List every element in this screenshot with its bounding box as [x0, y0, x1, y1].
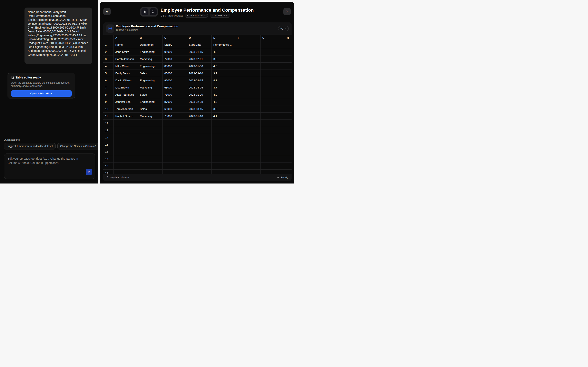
cell-C1[interactable]: Salary: [163, 41, 187, 48]
cell-G6[interactable]: [260, 77, 285, 84]
cell-B8[interactable]: Sales: [138, 91, 163, 98]
cell-A10[interactable]: Tom Anderson: [113, 105, 138, 112]
cell-H6[interactable]: [285, 77, 292, 84]
cell-H11[interactable]: [285, 113, 292, 119]
cell-F18[interactable]: [236, 162, 260, 169]
cell-D15[interactable]: [187, 141, 212, 148]
cell-B6[interactable]: Engineering: [138, 77, 163, 84]
cell-A5[interactable]: Emily Davis: [113, 70, 138, 77]
cell-G17[interactable]: [260, 155, 285, 162]
cell-C9[interactable]: 87000: [163, 98, 187, 105]
cell-E10[interactable]: 3.6: [212, 105, 236, 112]
cell-D17[interactable]: [187, 155, 212, 162]
cell-G2[interactable]: [260, 48, 285, 55]
cell-F12[interactable]: [236, 120, 260, 127]
cell-A19[interactable]: [113, 170, 138, 174]
cell-F15[interactable]: [236, 141, 260, 148]
row-number-13[interactable]: 13: [103, 127, 113, 134]
row-number-14[interactable]: 14: [103, 134, 113, 141]
cell-B9[interactable]: Engineering: [138, 98, 163, 105]
cell-B18[interactable]: [138, 162, 163, 169]
cell-E13[interactable]: [212, 127, 236, 134]
row-number-17[interactable]: 17: [103, 155, 113, 162]
cell-F13[interactable]: [236, 127, 260, 134]
composer-submit-button[interactable]: ↵: [86, 169, 92, 175]
cell-H2[interactable]: [285, 48, 292, 55]
cell-A12[interactable]: [113, 120, 138, 127]
cell-D11[interactable]: 2023-01-10: [187, 113, 212, 119]
cell-A16[interactable]: [113, 148, 138, 155]
cell-G4[interactable]: [260, 63, 285, 69]
row-number-9[interactable]: 9: [103, 98, 113, 105]
cell-H16[interactable]: [285, 148, 292, 155]
cell-B1[interactable]: Department: [138, 41, 163, 48]
row-number-2[interactable]: 2: [103, 48, 113, 55]
cell-B2[interactable]: Engineering: [138, 48, 163, 55]
cell-C19[interactable]: [163, 170, 187, 174]
column-header-D[interactable]: D: [187, 35, 212, 41]
cell-F19[interactable]: [236, 170, 260, 174]
cell-E11[interactable]: 4.1: [212, 113, 236, 119]
cell-A11[interactable]: Rachel Green: [113, 113, 138, 119]
cell-A1[interactable]: Name: [113, 41, 138, 48]
cell-C12[interactable]: [163, 120, 187, 127]
cell-C4[interactable]: 88000: [163, 63, 187, 69]
row-number-7[interactable]: 7: [103, 84, 113, 91]
cell-G8[interactable]: [260, 91, 285, 98]
cell-F11[interactable]: [236, 113, 260, 119]
cell-H12[interactable]: [285, 120, 292, 127]
cell-G10[interactable]: [260, 105, 285, 112]
cell-B19[interactable]: [138, 170, 163, 174]
cell-D13[interactable]: [187, 127, 212, 134]
column-header-A[interactable]: A: [113, 35, 138, 41]
cell-H7[interactable]: [285, 84, 292, 91]
column-header-B[interactable]: B: [138, 35, 163, 41]
cell-A7[interactable]: Lisa Brown: [113, 84, 138, 91]
cell-A3[interactable]: Sarah Johnson: [113, 55, 138, 62]
cell-B7[interactable]: Marketing: [138, 84, 163, 91]
cell-F6[interactable]: [236, 77, 260, 84]
cell-A14[interactable]: [113, 134, 138, 141]
open-table-editor-button[interactable]: Open table editor: [11, 90, 72, 97]
cell-F17[interactable]: [236, 155, 260, 162]
cell-G14[interactable]: [260, 134, 285, 141]
cell-D4[interactable]: 2023-01-30: [187, 63, 212, 69]
cell-H18[interactable]: [285, 162, 292, 169]
cell-G18[interactable]: [260, 162, 285, 169]
cell-B12[interactable]: [138, 120, 163, 127]
row-number-18[interactable]: 18: [103, 162, 113, 169]
cell-C14[interactable]: [163, 134, 187, 141]
close-artifact-button[interactable]: ✕: [283, 8, 291, 15]
cell-D5[interactable]: 2023-03-10: [187, 70, 212, 77]
cell-D9[interactable]: 2023-02-28: [187, 98, 212, 105]
cell-E3[interactable]: 3.8: [212, 55, 236, 62]
message-composer[interactable]: Edit your spreadsheet data (e.g., 'Chang…: [4, 154, 95, 179]
cell-H15[interactable]: [285, 141, 292, 148]
cell-G16[interactable]: [260, 148, 285, 155]
cell-C16[interactable]: [163, 148, 187, 155]
cell-A9[interactable]: Jennifer Lee: [113, 98, 138, 105]
cell-B5[interactable]: Sales: [138, 70, 163, 77]
corner-cell[interactable]: [103, 35, 113, 41]
cell-D18[interactable]: [187, 162, 212, 169]
cell-H8[interactable]: [285, 91, 292, 98]
cell-G3[interactable]: [260, 55, 285, 62]
cell-D10[interactable]: 2023-03-15: [187, 105, 212, 112]
column-header-C[interactable]: C: [163, 35, 187, 41]
cell-B15[interactable]: [138, 141, 163, 148]
cell-B13[interactable]: [138, 127, 163, 134]
cell-C11[interactable]: 75000: [163, 113, 187, 119]
cell-E16[interactable]: [212, 148, 236, 155]
cell-B10[interactable]: Sales: [138, 105, 163, 112]
cell-G12[interactable]: [260, 120, 285, 127]
cell-B14[interactable]: [138, 134, 163, 141]
cell-H13[interactable]: [285, 127, 292, 134]
cell-A6[interactable]: David Wilson: [113, 77, 138, 84]
cell-C5[interactable]: 65000: [163, 70, 187, 77]
cell-D12[interactable]: [187, 120, 212, 127]
column-header-E[interactable]: E: [212, 35, 236, 41]
cell-G13[interactable]: [260, 127, 285, 134]
cell-G7[interactable]: [260, 84, 285, 91]
cell-G15[interactable]: [260, 141, 285, 148]
cell-E15[interactable]: [212, 141, 236, 148]
